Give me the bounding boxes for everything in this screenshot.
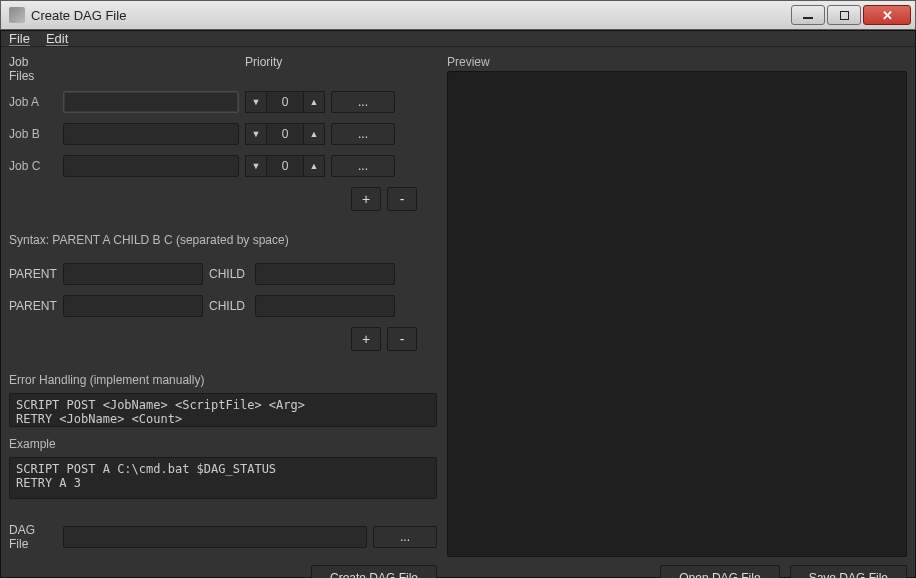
job-row-controls: + -: [9, 187, 437, 211]
priority-value[interactable]: 0: [267, 155, 303, 177]
left-bottom-row: Create DAG File: [9, 565, 437, 578]
job-label: Job A: [9, 95, 57, 109]
priority-increment[interactable]: ▲: [303, 155, 325, 177]
parent-child-row: PARENT CHILD: [9, 295, 437, 317]
child-input[interactable]: [255, 295, 395, 317]
parent-label: PARENT: [9, 267, 57, 281]
error-handling-code: SCRIPT POST <JobName> <ScriptFile> <Arg>…: [9, 393, 437, 427]
job-row-c: Job C ▼ 0 ▲ ...: [9, 155, 437, 177]
add-pc-button[interactable]: +: [351, 327, 381, 351]
preview-header: Preview: [447, 55, 907, 69]
dag-file-row: DAG File ...: [9, 523, 437, 551]
create-dag-button[interactable]: Create DAG File: [311, 565, 437, 578]
right-pane: Preview Open DAG File Save DAG File: [447, 55, 907, 578]
header-jobfiles: Job Files: [9, 55, 57, 83]
example-code: SCRIPT POST A C:\cmd.bat $DAG_STATUS RET…: [9, 457, 437, 499]
parent-input[interactable]: [63, 263, 203, 285]
window-buttons: ✕: [789, 5, 911, 25]
job-file-input[interactable]: [63, 123, 239, 145]
priority-spinner: ▼ 0 ▲: [245, 91, 325, 113]
child-label: CHILD: [209, 299, 249, 313]
job-label: Job B: [9, 127, 57, 141]
dag-file-input[interactable]: [63, 526, 367, 548]
right-bottom-row: Open DAG File Save DAG File: [447, 565, 907, 578]
save-dag-button[interactable]: Save DAG File: [790, 565, 907, 578]
error-handling-header: Error Handling (implement manually): [9, 373, 437, 387]
syntax-label: Syntax: PARENT A CHILD B C (separated by…: [9, 233, 437, 247]
job-file-input[interactable]: [63, 155, 239, 177]
minimize-icon: [803, 17, 813, 19]
remove-job-button[interactable]: -: [387, 187, 417, 211]
parent-label: PARENT: [9, 299, 57, 313]
priority-spinner: ▼ 0 ▲: [245, 155, 325, 177]
priority-decrement[interactable]: ▼: [245, 155, 267, 177]
browse-job-button[interactable]: ...: [331, 123, 395, 145]
priority-spinner: ▼ 0 ▲: [245, 123, 325, 145]
maximize-icon: [840, 11, 849, 20]
titlebar: Create DAG File ✕: [0, 0, 916, 30]
priority-decrement[interactable]: ▼: [245, 91, 267, 113]
content: Job Files Priority Job A ▼ 0 ▲ ... Job B: [1, 47, 915, 578]
job-row-b: Job B ▼ 0 ▲ ...: [9, 123, 437, 145]
remove-pc-button[interactable]: -: [387, 327, 417, 351]
child-label: CHILD: [209, 267, 249, 281]
job-row-a: Job A ▼ 0 ▲ ...: [9, 91, 437, 113]
priority-value[interactable]: 0: [267, 123, 303, 145]
browse-job-button[interactable]: ...: [331, 91, 395, 113]
maximize-button[interactable]: [827, 5, 861, 25]
header-priority: Priority: [245, 55, 325, 83]
preview-area: [447, 71, 907, 557]
menu-edit[interactable]: Edit: [46, 31, 68, 46]
parent-input[interactable]: [63, 295, 203, 317]
example-header: Example: [9, 437, 437, 451]
job-label: Job C: [9, 159, 57, 173]
child-input[interactable]: [255, 263, 395, 285]
job-file-input[interactable]: [63, 91, 239, 113]
window-title: Create DAG File: [31, 8, 789, 23]
window-body: File Edit Job Files Priority Job A ▼ 0 ▲…: [0, 30, 916, 578]
browse-dag-button[interactable]: ...: [373, 526, 437, 548]
jobfiles-header: Job Files Priority: [9, 55, 437, 83]
app-icon: [9, 7, 25, 23]
priority-decrement[interactable]: ▼: [245, 123, 267, 145]
left-pane: Job Files Priority Job A ▼ 0 ▲ ... Job B: [9, 55, 437, 578]
menubar: File Edit: [1, 31, 915, 47]
priority-value[interactable]: 0: [267, 91, 303, 113]
dag-file-label: DAG File: [9, 523, 57, 551]
close-icon: ✕: [882, 8, 893, 23]
open-dag-button[interactable]: Open DAG File: [660, 565, 779, 578]
priority-increment[interactable]: ▲: [303, 123, 325, 145]
browse-job-button[interactable]: ...: [331, 155, 395, 177]
close-button[interactable]: ✕: [863, 5, 911, 25]
add-job-button[interactable]: +: [351, 187, 381, 211]
parent-child-controls: + -: [9, 327, 437, 351]
menu-file[interactable]: File: [9, 31, 30, 46]
minimize-button[interactable]: [791, 5, 825, 25]
parent-child-row: PARENT CHILD: [9, 263, 437, 285]
priority-increment[interactable]: ▲: [303, 91, 325, 113]
